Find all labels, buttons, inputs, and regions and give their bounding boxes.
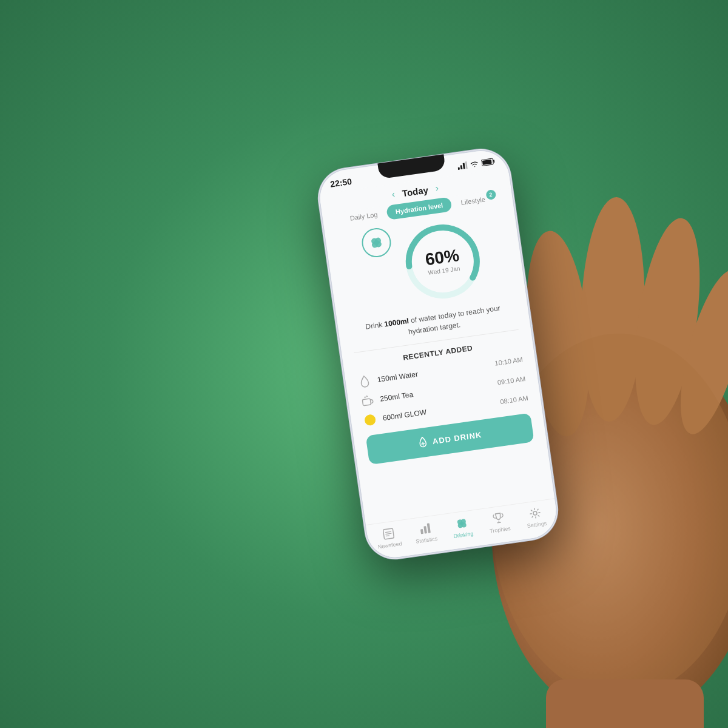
- svg-rect-8: [458, 167, 460, 170]
- lifestyle-badge: 2: [485, 189, 496, 200]
- drink-time-glow: 08:10 AM: [500, 394, 529, 405]
- svg-point-3: [578, 196, 649, 422]
- svg-rect-9: [460, 165, 463, 169]
- svg-rect-29: [420, 529, 423, 534]
- app-content: ‹ Today › Daily Log Hydration level Life…: [319, 168, 559, 561]
- add-drink-icon: [417, 436, 429, 450]
- svg-rect-7: [546, 679, 704, 728]
- status-icons: [457, 158, 495, 170]
- header-title: Today: [402, 184, 429, 198]
- tea-cup-icon: [360, 393, 375, 408]
- svg-line-26: [385, 531, 391, 532]
- battery-icon: [481, 158, 495, 167]
- clover-icon: [368, 234, 385, 251]
- drinking-icon: [454, 516, 470, 531]
- nav-item-settings[interactable]: Settings: [519, 505, 552, 530]
- settings-label: Settings: [527, 521, 547, 529]
- next-day-button[interactable]: ›: [434, 183, 439, 194]
- signal-icon: [457, 161, 468, 170]
- nav-item-trophies[interactable]: Trophies: [483, 510, 516, 535]
- settings-icon: [528, 505, 543, 521]
- svg-rect-13: [482, 160, 492, 165]
- svg-rect-11: [465, 161, 468, 169]
- add-drink-label: ADD DRINK: [432, 430, 482, 446]
- glow-lemon-icon: [363, 413, 378, 428]
- svg-line-38: [497, 522, 501, 523]
- header-nav: ‹ Today ›: [391, 183, 439, 200]
- svg-rect-31: [426, 523, 430, 533]
- scene-wrapper: 22:50: [0, 0, 728, 728]
- nav-item-statistics[interactable]: Statistics: [409, 520, 442, 545]
- drink-time-tea: 09:10 AM: [497, 375, 526, 386]
- statistics-icon: [417, 521, 433, 536]
- statistics-label: Statistics: [416, 536, 438, 545]
- svg-point-39: [533, 511, 538, 516]
- newsfeed-icon: [381, 527, 396, 542]
- newsfeed-label: Newsfeed: [377, 541, 402, 550]
- phone-mockup: 22:50: [314, 146, 561, 563]
- phone-screen: 22:50: [317, 147, 560, 561]
- nav-item-drinking[interactable]: Drinking: [446, 515, 479, 541]
- drinking-label: Drinking: [453, 530, 474, 539]
- progress-center: 60% Wed 19 Jan: [424, 247, 461, 276]
- trophies-label: Trophies: [490, 525, 511, 534]
- nav-item-newsfeed[interactable]: Newsfeed: [372, 525, 405, 551]
- svg-rect-22: [362, 399, 371, 406]
- progress-ring: 60% Wed 19 Jan: [395, 214, 491, 309]
- app-icon-button[interactable]: [360, 226, 393, 259]
- trophies-icon: [491, 511, 506, 526]
- wifi-icon: [469, 160, 480, 168]
- drink-time-water: 10:10 AM: [494, 356, 524, 366]
- water-drop-icon: [357, 374, 372, 389]
- svg-rect-10: [463, 163, 465, 169]
- scroll-area: 60% Wed 19 Jan Drink 1000ml of water tod…: [325, 209, 554, 525]
- svg-point-5: [667, 263, 728, 440]
- prev-day-button[interactable]: ‹: [391, 189, 396, 200]
- svg-line-28: [386, 536, 389, 536]
- svg-rect-30: [423, 526, 427, 533]
- status-time: 22:50: [329, 177, 352, 189]
- svg-point-4: [624, 214, 711, 429]
- svg-line-24: [423, 442, 423, 446]
- svg-line-27: [385, 533, 391, 534]
